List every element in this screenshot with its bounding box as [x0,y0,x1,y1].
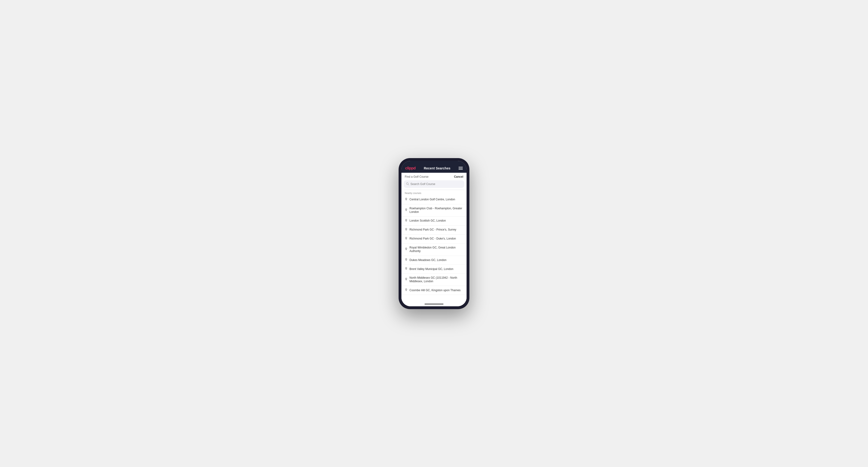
page-title: Recent Searches [424,166,451,170]
list-item[interactable]: Dukes Meadows GC, London [401,256,467,265]
list-item[interactable]: Central London Golf Centre, London [401,195,467,205]
list-item[interactable]: Richmond Park GC - Duke's, London [401,235,467,244]
phone-frame: clippd Recent Searches Find a Golf Cours… [399,158,469,309]
location-pin-icon [405,267,408,271]
svg-line-1 [408,184,409,185]
status-bar [401,161,467,164]
course-name: Roehampton Club - Roehampton, Greater Lo… [409,207,463,214]
location-pin-icon [405,237,408,241]
main-content: Find a Golf Course Cancel [401,173,467,306]
course-name: North Middlesex GC (1011942 - North Midd… [409,276,463,283]
cancel-button[interactable]: Cancel [454,175,463,178]
list-item[interactable]: London Scottish GC, London [401,217,467,226]
home-bar [425,304,443,304]
location-pin-icon [405,208,408,212]
location-pin-icon [405,278,408,282]
location-pin-icon [405,288,408,292]
find-label: Find a Golf Course [405,175,429,178]
nearby-courses-section: Nearby courses Central London Golf Centr… [401,190,467,302]
search-input-wrapper [404,180,464,188]
search-input[interactable] [410,182,462,186]
search-container [401,180,467,190]
location-pin-icon [405,258,408,262]
app-logo: clippd [405,166,415,170]
list-item[interactable]: Richmond Park GC - Prince's, Surrey [401,226,467,235]
list-item[interactable]: North Middlesex GC (1011942 - North Midd… [401,274,467,286]
home-indicator [401,302,467,306]
nearby-label: Nearby courses [401,190,467,195]
location-pin-icon [405,198,408,202]
course-name: London Scottish GC, London [409,219,446,223]
course-name: Coombe Hill GC, Kingston upon Thames [409,289,461,292]
course-name: Brent Valley Municipal GC, London [409,268,453,271]
list-item[interactable]: Coombe Hill GC, Kingston upon Thames [401,286,467,295]
list-item[interactable]: Royal Wimbledon GC, Great London Authori… [401,244,467,256]
location-pin-icon [405,219,408,223]
list-item[interactable]: Brent Valley Municipal GC, London [401,265,467,274]
menu-icon[interactable] [459,167,463,170]
location-pin-icon [405,248,408,252]
search-icon [406,182,409,186]
location-pin-icon [405,228,408,232]
course-name: Dukes Meadows GC, London [409,258,446,262]
app-header: clippd Recent Searches [401,164,467,173]
list-item[interactable]: Roehampton Club - Roehampton, Greater Lo… [401,205,467,217]
course-name: Richmond Park GC - Duke's, London [409,237,456,241]
course-name: Richmond Park GC - Prince's, Surrey [409,228,456,232]
course-name: Royal Wimbledon GC, Great London Authori… [409,246,463,253]
phone-screen: clippd Recent Searches Find a Golf Cours… [401,161,467,306]
course-name: Central London Golf Centre, London [409,198,455,201]
find-bar: Find a Golf Course Cancel [401,173,467,180]
